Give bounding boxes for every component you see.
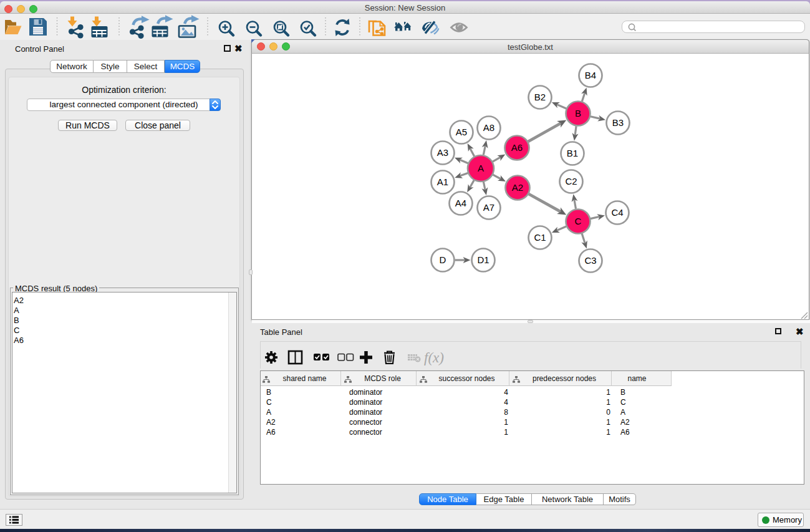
svg-text:C2: C2 <box>565 176 577 186</box>
svg-text:A7: A7 <box>483 202 494 213</box>
svg-text:B2: B2 <box>534 92 546 102</box>
svg-text:B1: B1 <box>567 148 578 158</box>
svg-text:B: B <box>575 108 581 118</box>
svg-text:A: A <box>478 163 484 173</box>
svg-text:A3: A3 <box>437 147 448 158</box>
svg-text:C3: C3 <box>584 255 596 266</box>
svg-text:f(x): f(x) <box>424 350 444 365</box>
svg-text:A8: A8 <box>483 122 494 133</box>
svg-text:C1: C1 <box>534 232 546 243</box>
svg-text:B4: B4 <box>585 70 596 80</box>
svg-text:D: D <box>440 254 446 265</box>
svg-text:C: C <box>575 216 582 226</box>
svg-text:A6: A6 <box>511 142 523 153</box>
svg-text:A5: A5 <box>456 127 467 137</box>
svg-text:A2: A2 <box>512 182 523 193</box>
svg-text:D1: D1 <box>477 254 489 265</box>
svg-text:B3: B3 <box>612 117 624 128</box>
svg-text:C4: C4 <box>611 207 623 218</box>
svg-text:A4: A4 <box>455 198 466 208</box>
svg-text:A1: A1 <box>437 177 448 187</box>
